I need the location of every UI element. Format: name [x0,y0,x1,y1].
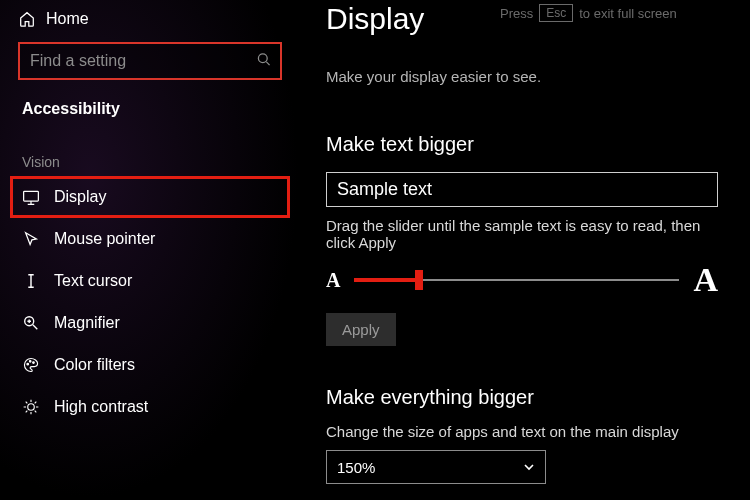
scale-description: Change the size of apps and text on the … [326,423,724,440]
page-subtitle: Make your display easier to see. [326,68,724,85]
text-size-slider-row: A A [326,261,718,299]
search-input[interactable] [18,42,282,80]
esc-key: Esc [539,4,573,22]
hint-post: to exit full screen [579,6,677,21]
hint-pre: Press [500,6,533,21]
small-a-label: A [326,269,340,292]
sidebar-item-magnifier[interactable]: Magnifier [10,302,290,344]
section-text-bigger: Make text bigger [326,133,724,156]
slider-track-filled [354,278,419,282]
cursor-icon [22,230,40,248]
text-size-slider[interactable] [354,270,679,290]
sidebar-item-display[interactable]: Display [10,176,290,218]
svg-point-3 [27,363,29,365]
sample-text-box: Sample text [326,172,718,207]
sidebar-item-color-filters[interactable]: Color filters [10,344,290,386]
sidebar-item-label: Display [54,188,106,206]
palette-icon [22,356,40,374]
sidebar-item-text-cursor[interactable]: Text cursor [10,260,290,302]
main-panel: Press Esc to exit full screen Display Ma… [300,0,750,500]
chevron-down-icon [523,459,535,476]
home-link[interactable]: Home [10,6,290,32]
apply-button[interactable]: Apply [326,313,396,346]
svg-point-0 [258,54,267,63]
big-a-label: A [693,261,718,299]
section-everything-bigger: Make everything bigger [326,386,724,409]
svg-rect-1 [24,191,39,201]
sidebar-item-label: Color filters [54,356,135,374]
category-title: Accessibility [10,88,290,118]
group-label-vision: Vision [10,118,290,176]
sidebar-item-label: High contrast [54,398,148,416]
svg-point-4 [29,361,31,363]
scale-selected-value: 150% [337,459,375,476]
home-icon [18,10,36,28]
svg-point-5 [33,362,35,364]
sidebar-item-label: Magnifier [54,314,120,332]
scale-select[interactable]: 150% [326,450,546,484]
slider-description: Drag the slider until the sample text is… [326,217,724,251]
slider-track-empty [419,279,679,281]
magnifier-icon [22,314,40,332]
text-cursor-icon [22,272,40,290]
brightness-icon [22,398,40,416]
sidebar-item-mouse-pointer[interactable]: Mouse pointer [10,218,290,260]
sidebar-item-label: Mouse pointer [54,230,155,248]
search-wrap [18,42,282,80]
svg-point-6 [28,404,35,411]
home-label: Home [46,10,89,28]
search-icon [256,52,272,71]
sidebar-item-label: Text cursor [54,272,132,290]
monitor-icon [22,188,40,206]
sidebar: Home Accessibility Vision Display [0,0,300,500]
sidebar-item-high-contrast[interactable]: High contrast [10,386,290,428]
slider-thumb[interactable] [415,270,423,290]
fullscreen-hint: Press Esc to exit full screen [500,4,677,22]
